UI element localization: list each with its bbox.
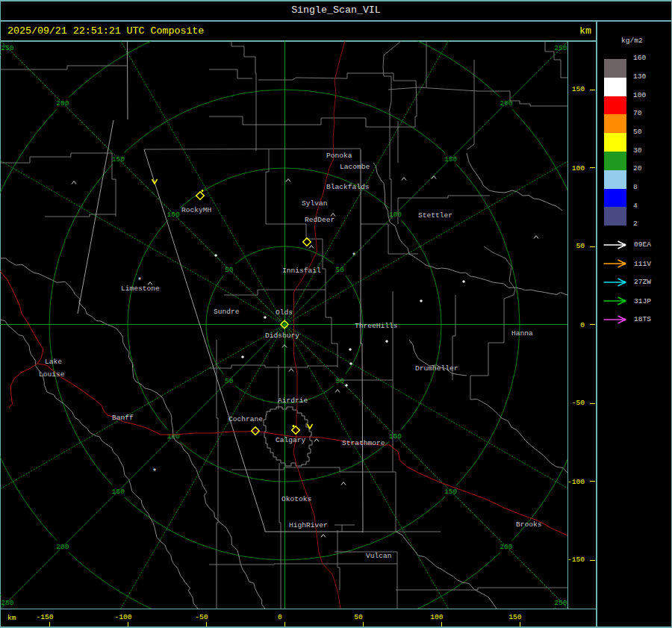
- svg-text:Didsbury: Didsbury: [265, 332, 299, 340]
- svg-text:RockyMH: RockyMH: [181, 206, 211, 214]
- svg-text:100: 100: [389, 211, 402, 219]
- svg-text:50: 50: [335, 377, 344, 385]
- svg-text:Hanna: Hanna: [511, 329, 533, 338]
- svg-text:*: *: [137, 277, 142, 285]
- svg-text:250: 250: [1, 44, 14, 52]
- svg-text:150: 150: [444, 155, 458, 164]
- svg-text:Strathmore: Strathmore: [342, 439, 385, 447]
- svg-text:Brooks: Brooks: [516, 520, 542, 529]
- svg-text:Olds: Olds: [276, 308, 293, 317]
- svg-text:Banff: Banff: [112, 414, 134, 422]
- svg-text:Vulcan: Vulcan: [366, 552, 392, 560]
- svg-text:Ponoka: Ponoka: [326, 152, 352, 160]
- svg-text:Innisfail: Innisfail: [282, 267, 321, 275]
- svg-text:HighRiver: HighRiver: [289, 521, 328, 529]
- svg-text:Lake: Lake: [45, 358, 62, 366]
- svg-text:50: 50: [225, 377, 234, 385]
- svg-text:50: 50: [335, 266, 344, 274]
- svg-text:Lacombe: Lacombe: [340, 163, 370, 171]
- svg-text:150: 150: [112, 155, 125, 164]
- svg-text:50: 50: [225, 266, 234, 274]
- svg-text:100: 100: [167, 432, 181, 441]
- svg-text:Blackfalds: Blackfalds: [326, 183, 370, 191]
- svg-text:Okotoks: Okotoks: [281, 495, 311, 503]
- svg-text:100: 100: [167, 211, 181, 219]
- svg-text:200: 200: [500, 543, 513, 551]
- svg-text:Calgary: Calgary: [276, 436, 306, 444]
- svg-text:Louise: Louise: [39, 370, 65, 379]
- svg-text:150: 150: [444, 488, 458, 496]
- svg-text:Sylvan: Sylvan: [302, 199, 328, 208]
- svg-text:*: *: [352, 252, 356, 261]
- svg-text:Sundre: Sundre: [214, 308, 240, 316]
- svg-text:*: *: [152, 468, 157, 476]
- svg-text:Cochrane: Cochrane: [228, 415, 263, 423]
- svg-text:200: 200: [56, 99, 69, 108]
- svg-text:Stettler: Stettler: [418, 211, 452, 220]
- svg-text:Limestone: Limestone: [121, 285, 160, 293]
- svg-text:250: 250: [1, 599, 14, 607]
- svg-text:Drumheller: Drumheller: [415, 364, 458, 373]
- svg-text:250: 250: [554, 44, 567, 52]
- svg-text:Airdrie: Airdrie: [278, 397, 308, 405]
- svg-text:150: 150: [112, 488, 125, 496]
- svg-text:250: 250: [554, 599, 567, 607]
- svg-text:200: 200: [56, 543, 69, 551]
- svg-text:ThreeHills: ThreeHills: [355, 322, 398, 330]
- svg-text:100: 100: [389, 432, 402, 441]
- svg-text:RedDeer: RedDeer: [305, 216, 335, 224]
